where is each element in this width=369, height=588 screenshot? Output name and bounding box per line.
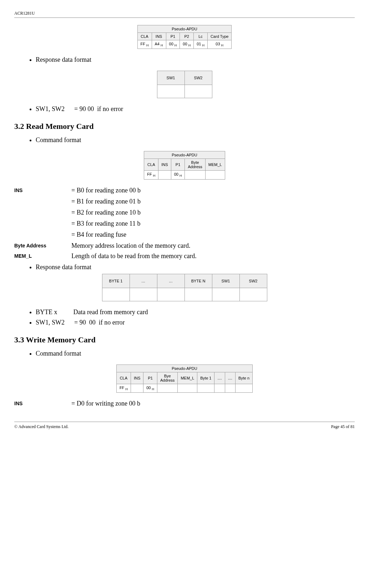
cell xyxy=(184,288,212,301)
col-header: MEM_L xyxy=(178,372,197,384)
cell: FF H xyxy=(116,384,131,392)
col-header: … xyxy=(157,274,184,288)
cell: 00 H xyxy=(166,40,180,49)
ins-definition-write: INS = D0 for writing zone 00 b xyxy=(14,400,355,407)
def-label: INS xyxy=(14,187,71,194)
bullet-list: Command format xyxy=(14,350,355,357)
def-value: = B3 for reading zone 11 b xyxy=(14,220,355,227)
bullet-list: Command format xyxy=(14,136,355,144)
cell xyxy=(235,384,252,392)
list-item: Response data format xyxy=(36,263,355,271)
cell: A4 H xyxy=(152,40,166,49)
sw-table: SW1 SW2 xyxy=(157,71,212,98)
product-code: ACR1281U xyxy=(14,11,35,16)
cell xyxy=(131,384,143,392)
pseudo-apdu-table-2: Pseudo-APDU CLA INS P1 ByteAddress MEM_L… xyxy=(144,151,225,179)
table-title: Pseudo-APDU xyxy=(137,25,232,33)
cell xyxy=(158,171,171,179)
col-header: Byte n xyxy=(235,372,252,384)
bullet-list: Response data format xyxy=(14,263,355,271)
cell: 00 H xyxy=(180,40,194,49)
col-header: CLA xyxy=(144,159,158,171)
col-header: P2 xyxy=(180,33,194,40)
cell: 01 H xyxy=(194,40,208,49)
def-value: = B4 for reading fuse xyxy=(14,231,355,238)
cell xyxy=(184,85,212,98)
cell xyxy=(157,288,184,301)
bullet-list: SW1, SW2 = 90 00 if no error xyxy=(14,105,355,113)
bullet-list: Response data format xyxy=(14,56,355,64)
cell xyxy=(197,384,214,392)
def-label: Byte Address xyxy=(14,242,71,250)
cell xyxy=(214,384,225,392)
list-item: SW1, SW2 = 90 00 if no error xyxy=(36,319,355,326)
cell xyxy=(212,288,239,301)
col-header: SW1 xyxy=(157,71,184,85)
meml-definition: MEM_L Length of data to be read from the… xyxy=(14,252,355,260)
cell xyxy=(178,384,197,392)
cell: 00 H xyxy=(143,384,157,392)
col-header: SW2 xyxy=(239,274,267,288)
cell: FF H xyxy=(144,171,158,179)
col-header: .... xyxy=(225,372,235,384)
col-header: .... xyxy=(214,372,225,384)
col-header: INS xyxy=(158,159,171,171)
list-item: Command format xyxy=(36,350,355,357)
bullet-list: BYTE x Data read from memory card SW1, S… xyxy=(14,308,355,326)
col-header: MEM_L xyxy=(205,159,225,171)
cell xyxy=(185,171,205,179)
pseudo-apdu-table-1: Pseudo-APDU CLA INS P1 P2 Lc Card Type F… xyxy=(137,25,232,49)
footer-right: Page 45 of 81 xyxy=(331,424,355,429)
response-table: BYTE 1 … … BYTE N SW1 SW2 xyxy=(102,274,267,301)
document-footer: © Advanced Card Systems Ltd. Page 45 of … xyxy=(14,422,355,429)
def-label: MEM_L xyxy=(14,252,71,260)
col-header: INS xyxy=(152,33,166,40)
heading-3-2: 3.2 Read Memory Card xyxy=(14,122,355,131)
list-item: BYTE x Data read from memory card xyxy=(36,308,355,316)
col-header: SW1 xyxy=(212,274,239,288)
col-header: CLA xyxy=(137,33,152,40)
def-value: Length of data to be read from the memor… xyxy=(71,252,197,260)
col-header: Lc xyxy=(194,33,208,40)
col-header: SW2 xyxy=(184,71,212,85)
def-value: = B2 for reading zone 10 b xyxy=(14,209,355,216)
document-header: ACR1281U xyxy=(14,11,355,18)
col-header: P1 xyxy=(171,159,185,171)
cell xyxy=(239,288,267,301)
def-label: INS xyxy=(14,400,71,407)
col-header: Byte 1 xyxy=(197,372,214,384)
pseudo-apdu-table-3: Pseudo-APDU CLA INS P1 ByeAddress MEM_L … xyxy=(116,365,253,393)
list-item: Response data format xyxy=(36,56,355,64)
table-title: Pseudo-APDU xyxy=(144,151,225,159)
cell: 03 H xyxy=(207,40,232,49)
cell xyxy=(157,85,184,98)
ins-definition: INS = B0 for reading zone 00 b xyxy=(14,187,355,194)
cell: 00 H xyxy=(171,171,185,179)
list-item: Command format xyxy=(36,136,355,144)
def-value: = B1 for reading zone 01 b xyxy=(14,198,355,205)
col-header: … xyxy=(130,274,157,288)
def-value: = D0 for writing zone 00 b xyxy=(71,400,140,407)
col-header: BYTE N xyxy=(184,274,212,288)
table-title: Pseudo-APDU xyxy=(116,365,252,372)
cell xyxy=(102,288,130,301)
cell xyxy=(225,384,235,392)
col-header: CLA xyxy=(116,372,131,384)
cell xyxy=(130,288,157,301)
heading-3-3: 3.3 Write Memory Card xyxy=(14,335,355,345)
byte-address-definition: Byte Address Memory address location of … xyxy=(14,242,355,250)
col-header: ByteAddress xyxy=(185,159,205,171)
cell: FF H xyxy=(137,40,152,49)
col-header: BYTE 1 xyxy=(102,274,130,288)
col-header: Card Type xyxy=(207,33,232,40)
col-header: P1 xyxy=(166,33,180,40)
cell xyxy=(205,171,225,179)
col-header: ByeAddress xyxy=(157,372,178,384)
footer-left: © Advanced Card Systems Ltd. xyxy=(14,424,69,429)
col-header: INS xyxy=(131,372,143,384)
def-value: Memory address location of the memory ca… xyxy=(71,242,190,250)
col-header: P1 xyxy=(143,372,157,384)
list-item: SW1, SW2 = 90 00 if no error xyxy=(36,105,355,113)
cell xyxy=(157,384,178,392)
def-value: = B0 for reading zone 00 b xyxy=(71,187,141,194)
